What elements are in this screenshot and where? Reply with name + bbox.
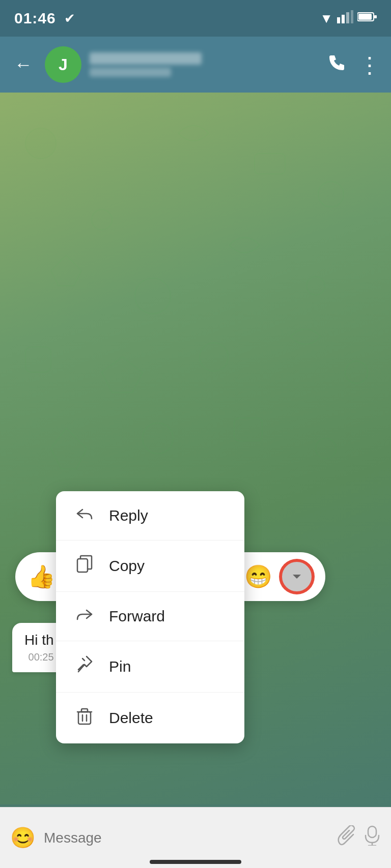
- svg-rect-0: [337, 17, 340, 23]
- status-left: 01:46 ✔: [14, 10, 75, 27]
- svg-point-14: [200, 343, 228, 371]
- menu-item-delete[interactable]: Delete: [56, 693, 244, 743]
- svg-rect-17: [234, 418, 262, 441]
- status-right: ▼: [320, 10, 377, 27]
- contact-avatar: J: [45, 46, 81, 83]
- svg-point-11: [135, 278, 171, 314]
- svg-rect-3: [351, 10, 353, 23]
- svg-point-15: [345, 361, 368, 383]
- reply-label: Reply: [109, 507, 148, 524]
- message-input[interactable]: [44, 830, 329, 846]
- status-check-icon: ✔: [64, 11, 75, 26]
- copy-icon: [74, 555, 95, 577]
- pin-icon: [74, 655, 95, 678]
- status-bar: 01:46 ✔ ▼: [0, 0, 391, 37]
- svg-point-8: [92, 209, 112, 230]
- svg-rect-21: [78, 712, 91, 724]
- svg-rect-9: [255, 154, 285, 174]
- mic-button[interactable]: [364, 825, 381, 850]
- menu-item-copy[interactable]: Copy: [56, 541, 244, 592]
- svg-point-16: [143, 423, 173, 454]
- context-menu: Reply Copy Forward: [56, 491, 244, 743]
- status-time: 01:46: [14, 10, 56, 27]
- svg-rect-13: [25, 347, 51, 372]
- header-actions: ⋮: [328, 52, 381, 78]
- svg-rect-24: [368, 826, 376, 837]
- menu-item-pin[interactable]: Pin: [56, 641, 244, 693]
- contact-info: [90, 52, 320, 77]
- delete-label: Delete: [109, 709, 153, 727]
- message-text: Hi th: [24, 632, 54, 648]
- attach-button[interactable]: [337, 825, 355, 850]
- menu-item-reply[interactable]: Reply: [56, 491, 244, 541]
- wifi-icon: ▼: [320, 11, 333, 26]
- emoji-more-button[interactable]: [281, 560, 313, 593]
- header-bar: ← J ⋮: [0, 37, 391, 93]
- svg-point-10: [318, 182, 344, 207]
- forward-icon: [74, 606, 95, 626]
- svg-rect-2: [346, 12, 349, 23]
- emoji-grin[interactable]: 😁: [244, 565, 272, 588]
- svg-rect-6: [374, 15, 377, 18]
- svg-rect-19: [77, 559, 88, 572]
- svg-point-18: [316, 438, 336, 459]
- pin-label: Pin: [109, 658, 131, 675]
- delete-icon: [74, 707, 95, 729]
- menu-item-forward[interactable]: Forward: [56, 592, 244, 641]
- reply-icon: [74, 505, 95, 526]
- emoji-thumbs-up[interactable]: 👍: [27, 565, 55, 588]
- svg-point-7: [25, 128, 56, 159]
- home-indicator: [150, 860, 241, 864]
- battery-icon: [357, 11, 377, 25]
- signal-icon: [337, 10, 353, 27]
- call-button[interactable]: [328, 53, 346, 76]
- svg-rect-5: [358, 14, 372, 20]
- svg-rect-1: [342, 15, 345, 23]
- bottom-bar: 😊: [0, 807, 391, 868]
- copy-label: Copy: [109, 557, 145, 575]
- more-options-button[interactable]: ⋮: [358, 52, 381, 78]
- emoji-picker-button[interactable]: 😊: [10, 826, 36, 850]
- message-time: 00:25: [24, 651, 54, 663]
- contact-status: [90, 68, 171, 77]
- contact-name: [90, 52, 202, 65]
- back-button[interactable]: ←: [10, 50, 37, 79]
- chat-background: Hi th 00:25 👍 👎 ❤️ 🔥 🤩 👏 😁 Reply: [0, 93, 391, 804]
- forward-label: Forward: [109, 608, 165, 625]
- svg-point-12: [306, 277, 325, 295]
